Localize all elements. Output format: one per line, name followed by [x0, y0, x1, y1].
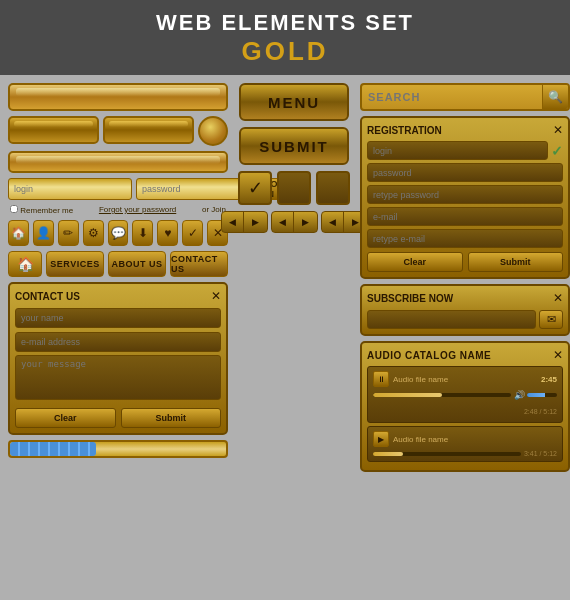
play-btn-2[interactable]: ▶: [295, 212, 317, 232]
sub-mail-btn[interactable]: ✉: [539, 310, 563, 329]
prev-btn-2[interactable]: ◀: [272, 212, 294, 232]
square-btn-1[interactable]: [277, 171, 311, 205]
gold-circle-button[interactable]: [198, 116, 228, 146]
audio-close-btn[interactable]: ✕: [553, 348, 563, 362]
left-column: LOG IN Remember me Forgot your password …: [8, 83, 228, 472]
reg-retype-password-input[interactable]: [367, 185, 563, 204]
search-btn[interactable]: 🔍: [542, 85, 568, 109]
sub-email-input[interactable]: [367, 310, 536, 329]
reg-buttons: Clear Submit: [367, 252, 563, 272]
button-row-1: [8, 116, 228, 146]
reg-password-input[interactable]: [367, 163, 563, 182]
track-1-name: Audio file name: [393, 375, 537, 384]
user-icon-btn[interactable]: 👤: [33, 220, 54, 246]
gold-button-1[interactable]: [8, 116, 99, 144]
about-nav-btn[interactable]: ABOUT US: [108, 251, 166, 277]
check-icon-btn[interactable]: ✓: [182, 220, 203, 246]
header-subtitle: GOLD: [0, 36, 570, 67]
decorative-bar-2: [8, 151, 228, 173]
subscribe-panel: SUBSCRIBE NOW ✕ ✉: [360, 284, 570, 336]
gear-icon-btn[interactable]: ⚙: [83, 220, 104, 246]
track-1-time: 2:45: [541, 375, 557, 384]
contact-name-input[interactable]: [15, 308, 221, 328]
reg-login-row: ✓: [367, 141, 563, 160]
chat-icon-btn[interactable]: 💬: [108, 220, 129, 246]
audio-panel: AUDIO CATALOG NAME ✕ ⏸ Audio file name 2…: [360, 341, 570, 472]
vol-bar[interactable]: [527, 393, 557, 397]
playback-group-2: ◀ ▶: [271, 211, 318, 233]
reg-clear-btn[interactable]: Clear: [367, 252, 463, 272]
login-row: LOG IN: [8, 178, 228, 200]
home-nav-btn[interactable]: 🏠: [8, 251, 42, 277]
track-1-progress[interactable]: [373, 393, 511, 397]
reg-password-row: [367, 163, 563, 182]
track-1-pause-btn[interactable]: ⏸: [373, 371, 389, 387]
main-content: LOG IN Remember me Forgot your password …: [0, 75, 570, 480]
heart-icon-btn[interactable]: ♥: [157, 220, 178, 246]
reg-retype-password-row: [367, 185, 563, 204]
contact-clear-btn[interactable]: Clear: [15, 408, 116, 428]
reg-login-check: ✓: [551, 143, 563, 159]
gold-button-2[interactable]: [103, 116, 194, 144]
forgot-password-link[interactable]: Forgot your password: [99, 205, 176, 215]
remember-me-label: Remember me: [10, 205, 73, 215]
sub-input-row: ✉: [367, 310, 563, 329]
control-row: ✓: [238, 171, 350, 205]
reg-retype-email-input[interactable]: [367, 229, 563, 248]
reg-close-btn[interactable]: ✕: [553, 123, 563, 137]
track-2-fill: [373, 452, 403, 456]
contact-message-input[interactable]: [15, 355, 221, 400]
reg-header: REGISTRATION ✕: [367, 123, 563, 137]
prev-btn-1[interactable]: ◀: [222, 212, 244, 232]
audio-track-2: ▶ Audio file name 3:41 / 5:12: [367, 426, 563, 462]
contact-email-input[interactable]: [15, 332, 221, 352]
square-btn-2[interactable]: [316, 171, 350, 205]
audio-track-1: ⏸ Audio file name 2:45 🔊: [367, 366, 563, 423]
playback-group-1: ◀ ▶: [221, 211, 268, 233]
sub-title: SUBSCRIBE NOW: [367, 293, 453, 304]
home-icon-btn[interactable]: 🏠: [8, 220, 29, 246]
reg-email-input[interactable]: [367, 207, 563, 226]
middle-column: MENU SUBMIT ✓ ◀ ▶ ◀ ▶ ◀ ▶: [234, 83, 354, 472]
contact-form: CONTACT US ✕ Clear Submit: [8, 282, 228, 435]
sub-header: SUBSCRIBE NOW ✕: [367, 291, 563, 305]
reg-login-input[interactable]: [367, 141, 548, 160]
down-icon-btn[interactable]: ⬇: [132, 220, 153, 246]
audio-header: AUDIO CATALOG NAME ✕: [367, 348, 563, 362]
login-meta: Remember me Forgot your password or Join: [8, 205, 228, 215]
checkmark-btn[interactable]: ✓: [238, 171, 272, 205]
reg-retype-email-row: [367, 229, 563, 248]
contact-submit-btn[interactable]: Submit: [121, 408, 222, 428]
play-btn-1[interactable]: ▶: [245, 212, 267, 232]
prev-btn-3[interactable]: ◀: [322, 212, 344, 232]
track-2-play-btn[interactable]: ▶: [373, 431, 389, 447]
search-bar: 🔍: [360, 83, 570, 111]
reg-email-row: [367, 207, 563, 226]
reg-title: REGISTRATION: [367, 125, 442, 136]
login-input[interactable]: [8, 178, 132, 200]
contact-nav-btn[interactable]: CONTACT US: [170, 251, 228, 277]
submit-button[interactable]: SUBMIT: [239, 127, 349, 165]
search-input[interactable]: [362, 85, 542, 109]
track-2-times: 3:41 / 5:12: [524, 450, 557, 457]
vol-icon: 🔊: [514, 390, 525, 400]
progress-bar: [8, 440, 228, 458]
progress-fill: [10, 442, 96, 456]
edit-icon-btn[interactable]: ✏: [58, 220, 79, 246]
contact-form-title: CONTACT US: [15, 291, 80, 302]
audio-track-1-top: ⏸ Audio file name 2:45: [373, 371, 557, 387]
menu-button[interactable]: MENU: [239, 83, 349, 121]
vol-fill: [527, 393, 545, 397]
audio-title: AUDIO CATALOG NAME: [367, 350, 491, 361]
icon-toolbar: 🏠 👤 ✏ ⚙ 💬 ⬇ ♥ ✓ ✕: [8, 220, 228, 246]
nav-bar: 🏠 SERVICES ABOUT US CONTACT US: [8, 251, 228, 277]
header-title: WEB ELEMENTS SET: [0, 10, 570, 36]
contact-form-header: CONTACT US ✕: [15, 289, 221, 303]
track-1-bar: 🔊: [373, 390, 557, 400]
sub-close-btn[interactable]: ✕: [553, 291, 563, 305]
reg-submit-btn[interactable]: Submit: [468, 252, 564, 272]
contact-form-close[interactable]: ✕: [211, 289, 221, 303]
track-2-progress[interactable]: [373, 452, 521, 456]
services-nav-btn[interactable]: SERVICES: [46, 251, 104, 277]
track-1-times: 2:48 / 5:12: [373, 400, 557, 418]
